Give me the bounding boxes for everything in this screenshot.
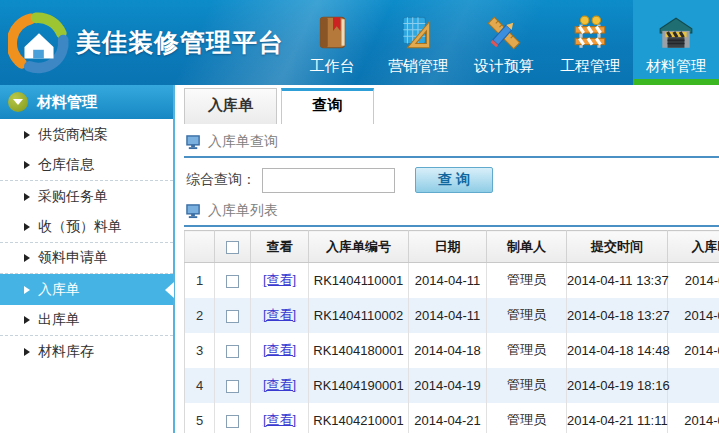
table-row: 5 [查看] RK1404210001 2014-04-21 管理员 2014-… — [185, 403, 719, 433]
view-link[interactable]: [查看] — [263, 412, 296, 427]
col-code: 入库单编号 — [309, 231, 409, 263]
section-title: 入库单查询 — [208, 133, 278, 151]
col-date: 日期 — [409, 231, 487, 263]
nav-item-marketing[interactable]: 营销管理 — [375, 0, 461, 85]
select-all-checkbox[interactable] — [226, 241, 239, 254]
nav-item-workbench[interactable]: 工作台 — [289, 0, 375, 85]
row-number: 3 — [185, 333, 215, 368]
view-link[interactable]: [查看] — [263, 272, 296, 287]
col-creator: 制单人 — [487, 231, 567, 263]
sidebar-item-suppliers[interactable]: 供货商档案 — [0, 119, 173, 150]
sidebar: 材料管理 供货商档案 仓库信息 采购任务单 收（预）料单 领料申请单 入库单 — [0, 85, 175, 433]
sidebar-item-stock-in[interactable]: 入库单 — [0, 274, 173, 305]
row-checkbox[interactable] — [226, 310, 239, 323]
cell-date: 2014-04-19 — [409, 368, 487, 403]
arrow-right-icon — [24, 223, 30, 231]
sidebar-item-stock-out[interactable]: 出库单 — [0, 305, 173, 336]
collapse-arrow-icon[interactable] — [8, 92, 28, 112]
cell-submit-time: 2014-04-19 18:16 — [567, 368, 668, 403]
view-link[interactable]: [查看] — [263, 307, 296, 322]
row-checkbox[interactable] — [226, 380, 239, 393]
app-title: 美佳装修管理平台 — [76, 26, 284, 59]
sidebar-header[interactable]: 材料管理 — [0, 85, 173, 119]
nav-item-engineering[interactable]: 工程管理 — [547, 0, 633, 85]
cell-date: 2014-04-18 — [409, 333, 487, 368]
pencil-ruler-icon — [485, 11, 523, 55]
cell-code: RK1404110001 — [309, 263, 409, 298]
table-row: 1 [查看] RK1404110001 2014-04-11 管理员 2014-… — [185, 263, 719, 298]
arrow-right-icon — [24, 161, 30, 169]
sidebar-menu: 供货商档案 仓库信息 采购任务单 收（预）料单 领料申请单 入库单 出库单 — [0, 119, 173, 367]
query-button[interactable]: 查 询 — [415, 167, 493, 193]
table-row: 2 [查看] RK1404110002 2014-04-11 管理员 2014-… — [185, 298, 719, 333]
nav-label: 工程管理 — [560, 57, 620, 76]
cell-code: RK1404210001 — [309, 403, 409, 433]
sidebar-item-receiving-orders[interactable]: 收（预）料单 — [0, 212, 173, 243]
table-row: 3 [查看] RK1404180001 2014-04-18 管理员 2014-… — [185, 333, 719, 368]
cell-creator: 管理员 — [487, 403, 567, 433]
nav-item-materials[interactable]: 材料管理 — [633, 0, 719, 85]
cell-creator: 管理员 — [487, 263, 567, 298]
sidebar-item-label: 收（预）料单 — [38, 218, 122, 236]
blueprint-ruler-icon — [399, 11, 437, 55]
cell-date: 2014-04-21 — [409, 403, 487, 433]
tabbar: 入库单 查询 — [184, 90, 719, 124]
cell-submit-time: 2014-04-18 13:27 — [567, 298, 668, 333]
row-number: 1 — [185, 263, 215, 298]
view-link[interactable]: [查看] — [263, 377, 296, 392]
arrow-right-icon — [24, 254, 30, 262]
table-header-row: 查看 入库单编号 日期 制单人 提交时间 入库时间 — [185, 231, 719, 263]
cell-storage-time: 2014-04-18 — [668, 298, 719, 333]
monitor-icon — [186, 135, 201, 150]
sidebar-item-label: 供货商档案 — [38, 126, 108, 144]
sidebar-item-label: 领料申请单 — [38, 249, 108, 267]
cell-date: 2014-04-11 — [409, 298, 487, 333]
cell-code: RK1404110002 — [309, 298, 409, 333]
sidebar-header-label: 材料管理 — [37, 93, 97, 112]
sidebar-item-warehouse-info[interactable]: 仓库信息 — [0, 150, 173, 181]
combined-query-input[interactable] — [262, 168, 395, 193]
sidebar-item-inventory[interactable]: 材料库存 — [0, 336, 173, 367]
query-section-header: 入库单查询 — [184, 133, 719, 158]
warehouse-icon — [656, 11, 696, 55]
app-logo-icon — [8, 12, 70, 74]
sidebar-item-material-requests[interactable]: 领料申请单 — [0, 243, 173, 274]
nav-item-design-budget[interactable]: 设计预算 — [461, 0, 547, 85]
monitor-icon — [186, 204, 201, 219]
query-field-label: 综合查询： — [186, 171, 256, 189]
row-checkbox[interactable] — [226, 415, 239, 428]
arrow-right-icon — [24, 193, 30, 201]
cell-creator: 管理员 — [487, 333, 567, 368]
content-area: 入库单 查询 入库单查询 综合查询： 查 询 入库单列表 — [175, 85, 719, 433]
list-section-header: 入库单列表 — [184, 202, 719, 227]
cell-storage-time — [668, 368, 719, 403]
cell-storage-time: 2014-04-18 — [668, 333, 719, 368]
cell-storage-time: 2014-04-11 — [668, 263, 719, 298]
tab-stock-in[interactable]: 入库单 — [184, 88, 277, 124]
cell-submit-time: 2014-04-18 14:48 — [567, 333, 668, 368]
nav-label: 设计预算 — [474, 57, 534, 76]
nav-label: 材料管理 — [646, 57, 706, 76]
view-link[interactable]: [查看] — [263, 342, 296, 357]
construction-barrier-icon — [571, 11, 609, 55]
col-view: 查看 — [251, 231, 309, 263]
stock-in-table: 查看 入库单编号 日期 制单人 提交时间 入库时间 1 [查看] RK14041… — [184, 230, 719, 433]
nav-label: 营销管理 — [388, 57, 448, 76]
top-nav: 工作台 营销管理 — [289, 0, 719, 85]
sidebar-item-label: 出库单 — [38, 311, 80, 329]
sidebar-item-purchase-tasks[interactable]: 采购任务单 — [0, 181, 173, 212]
sidebar-item-label: 采购任务单 — [38, 188, 108, 206]
row-number: 5 — [185, 403, 215, 433]
nav-label: 工作台 — [310, 57, 355, 76]
row-checkbox[interactable] — [226, 345, 239, 358]
cell-submit-time: 2014-04-21 11:11 — [567, 403, 668, 433]
row-number: 2 — [185, 298, 215, 333]
row-checkbox[interactable] — [226, 275, 239, 288]
arrow-right-icon — [24, 348, 30, 356]
section-title: 入库单列表 — [208, 202, 278, 220]
table-row: 4 [查看] RK1404190001 2014-04-19 管理员 2014-… — [185, 368, 719, 403]
col-submit-time: 提交时间 — [567, 231, 668, 263]
tab-query[interactable]: 查询 — [281, 88, 374, 124]
book-icon — [313, 11, 351, 55]
arrow-right-icon — [24, 316, 30, 324]
